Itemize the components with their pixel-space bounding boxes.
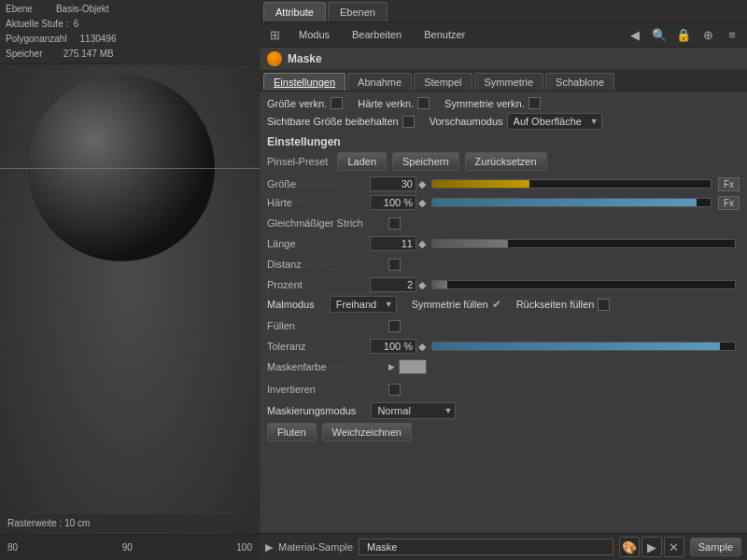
maske-title: Maske bbox=[288, 52, 322, 65]
fuellen-checkbox[interactable] bbox=[388, 320, 401, 332]
vorschaumodus-label: Vorschaumodus bbox=[430, 116, 503, 127]
lock-icon[interactable]: 🔒 bbox=[674, 25, 693, 44]
checkbox-row-1: Größe verkn. Härte verkn. Symmetrie verk… bbox=[267, 97, 740, 109]
sample-button[interactable]: Sample bbox=[690, 538, 741, 556]
more-icon[interactable]: ⊕ bbox=[698, 25, 717, 44]
sichtbare-groesse-group: Sichtbare Größe beibehalten bbox=[267, 116, 415, 128]
groesse-slider-track bbox=[431, 179, 712, 189]
toolbar: ⊞ Modus Bearbeiten Benutzer ◀ 🔍 🔒 ⊕ ≡ bbox=[260, 22, 747, 48]
maskierungsmodus-label: Maskierungsmodus bbox=[267, 405, 356, 416]
laenge-slider-input[interactable] bbox=[370, 236, 416, 251]
search-icon[interactable]: 🔍 bbox=[650, 25, 669, 44]
rasterweite-label: Rasterweite : 10 cm bbox=[0, 514, 260, 532]
speichern-button[interactable]: Speichern bbox=[392, 152, 459, 171]
haerte-fx-button[interactable]: Fx bbox=[718, 196, 740, 210]
laenge-slider-row: Länge ·········· ◆ bbox=[267, 236, 740, 251]
sub-tab-abnahme[interactable]: Abnahme bbox=[347, 73, 412, 91]
vorschaumodus-group: Vorschaumodus Auf Oberfläche Normal Kein… bbox=[430, 113, 602, 130]
symmetrie-verk-checkbox[interactable] bbox=[529, 97, 541, 109]
prozent-slider-row: Prozent ········· ◆ bbox=[267, 277, 740, 292]
material-sample-value: Maske bbox=[359, 539, 613, 555]
malmodus-label: Malmodus bbox=[267, 299, 315, 310]
material-icon-3[interactable]: ✕ bbox=[664, 537, 684, 557]
arrow-left-icon[interactable]: ◀ bbox=[626, 25, 644, 44]
toolbar-modus[interactable]: Modus bbox=[291, 27, 337, 42]
toleranz-slider-row: Toleranz ········· ◆ bbox=[267, 339, 740, 354]
prozent-divider-icon: ◆ bbox=[416, 279, 428, 291]
sub-tab-bar: Einstellungen Abnahme Stempel Symmetrie … bbox=[260, 71, 747, 91]
symmetrie-verk-group: Symmetrie verkn. bbox=[444, 97, 541, 109]
sub-tab-schablone[interactable]: Schablone bbox=[545, 73, 614, 91]
gleichmaessiger-strich-checkbox[interactable] bbox=[388, 217, 401, 230]
viewport-line bbox=[0, 168, 260, 169]
laenge-slider-label: Länge ·········· bbox=[267, 238, 370, 249]
malmodus-select[interactable]: Freihand Normal bbox=[330, 296, 397, 313]
haerte-verk-group: Härte verkn. bbox=[358, 97, 430, 109]
maskenfarbe-row: Maskenfarbe···· ▶ bbox=[267, 357, 740, 376]
toolbar-grid-icon[interactable]: ⊞ bbox=[265, 25, 284, 44]
sub-tab-einstellungen[interactable]: Einstellungen bbox=[263, 73, 345, 91]
malmodus-row: Malmodus Freihand Normal ▼ Symmetrie fül… bbox=[267, 296, 740, 313]
aktuelle-stufe-row: Aktuelle Stufe : 6 bbox=[6, 17, 254, 32]
ruler-marks: 80 90 100 bbox=[4, 542, 256, 553]
gleichmaessiger-strich-row: Gleichmäßiger Strich bbox=[267, 214, 740, 232]
haerte-slider-input[interactable] bbox=[370, 195, 416, 210]
invertieren-row: Invertieren ······· bbox=[267, 380, 740, 399]
toolbar-benutzer[interactable]: Benutzer bbox=[416, 27, 472, 42]
right-panel: Attribute Ebenen ⊞ Modus Bearbeiten Benu… bbox=[260, 0, 747, 560]
toolbar-bearbeiten[interactable]: Bearbeiten bbox=[345, 27, 409, 42]
prozent-slider-label: Prozent ········· bbox=[267, 279, 370, 290]
laden-button[interactable]: Laden bbox=[337, 152, 387, 171]
distanz-row: Distanz ········· bbox=[267, 255, 740, 273]
material-icon-1[interactable]: 🎨 bbox=[619, 537, 640, 557]
sichtbare-groesse-checkbox[interactable] bbox=[402, 116, 415, 128]
toleranz-slider-input[interactable] bbox=[370, 339, 416, 354]
toleranz-slider-track bbox=[431, 342, 736, 351]
top-tab-bar: Attribute Ebenen bbox=[260, 0, 747, 22]
vorschaumodus-select[interactable]: Auf Oberfläche Normal Keine bbox=[507, 113, 602, 130]
maskenfarbe-color-swatch[interactable] bbox=[399, 359, 427, 374]
preset-row: Pinsel-Preset Laden Speichern Zurücksetz… bbox=[267, 152, 740, 171]
rueckseiten-fuellen-checkbox[interactable] bbox=[598, 299, 610, 311]
maskenfarbe-arrow-icon: ▶ bbox=[388, 362, 395, 371]
sub-tab-stempel[interactable]: Stempel bbox=[414, 73, 472, 91]
groesse-slider-track-wrap[interactable] bbox=[431, 176, 712, 191]
maskierungsmodus-select-wrap: Normal Addieren Subtrahieren ▼ bbox=[371, 402, 456, 419]
haerte-slider-fill bbox=[432, 199, 697, 206]
laenge-slider-track-wrap[interactable] bbox=[431, 236, 736, 251]
einstellungen-title: Einstellungen bbox=[267, 135, 740, 148]
bottom-bar: ▶ Material-Sample Maske 🎨 ▶ ✕ Sample bbox=[260, 533, 747, 560]
tab-attribute[interactable]: Attribute bbox=[263, 2, 326, 21]
toleranz-slider-track-wrap[interactable] bbox=[431, 339, 736, 354]
haerte-slider-row: Härte ·········· ◆ Fx bbox=[267, 195, 740, 210]
laenge-divider-icon: ◆ bbox=[416, 238, 428, 250]
symmetrie-fuellen-check-icon: ✔ bbox=[492, 298, 501, 311]
sub-tab-symmetrie[interactable]: Symmetrie bbox=[474, 73, 544, 91]
prozent-slider-track-wrap[interactable] bbox=[431, 277, 736, 292]
maskierungsmodus-select[interactable]: Normal Addieren Subtrahieren bbox=[371, 402, 456, 419]
polygonanzahl-row: Polygonanzahl 1130496 bbox=[6, 32, 254, 47]
invertieren-checkbox[interactable] bbox=[388, 384, 401, 396]
haerte-slider-track bbox=[431, 198, 712, 207]
zuruecksetzen-button[interactable]: Zurücksetzen bbox=[465, 152, 547, 171]
prozent-slider-input[interactable] bbox=[370, 277, 416, 292]
material-icon-2[interactable]: ▶ bbox=[641, 537, 662, 557]
haerte-verk-checkbox[interactable] bbox=[417, 97, 430, 109]
distanz-checkbox[interactable] bbox=[388, 259, 401, 271]
maskenfarbe-label: Maskenfarbe···· bbox=[267, 361, 388, 372]
groesse-slider-input[interactable] bbox=[370, 176, 416, 191]
malmodus-select-wrap: Freihand Normal ▼ bbox=[330, 296, 397, 313]
gleichmaessiger-strich-label: Gleichmäßiger Strich bbox=[267, 217, 388, 229]
haerte-slider-label: Härte ·········· bbox=[267, 197, 370, 208]
groesse-verk-checkbox[interactable] bbox=[331, 97, 343, 109]
settings-icon[interactable]: ≡ bbox=[723, 25, 741, 44]
fluten-button[interactable]: Fluten bbox=[267, 423, 317, 441]
tab-ebenen[interactable]: Ebenen bbox=[328, 2, 388, 21]
prozent-slider-track bbox=[431, 280, 736, 289]
maskierungsmodus-row: Maskierungsmodus Normal Addieren Subtrah… bbox=[267, 402, 740, 419]
vorschaumodus-select-wrap: Auf Oberfläche Normal Keine ▼ bbox=[507, 113, 602, 130]
weichzeichnen-button[interactable]: Weichzeichnen bbox=[322, 423, 412, 441]
groesse-fx-button[interactable]: Fx bbox=[718, 177, 740, 191]
haerte-slider-track-wrap[interactable] bbox=[431, 195, 712, 210]
haerte-divider-icon: ◆ bbox=[416, 197, 428, 209]
